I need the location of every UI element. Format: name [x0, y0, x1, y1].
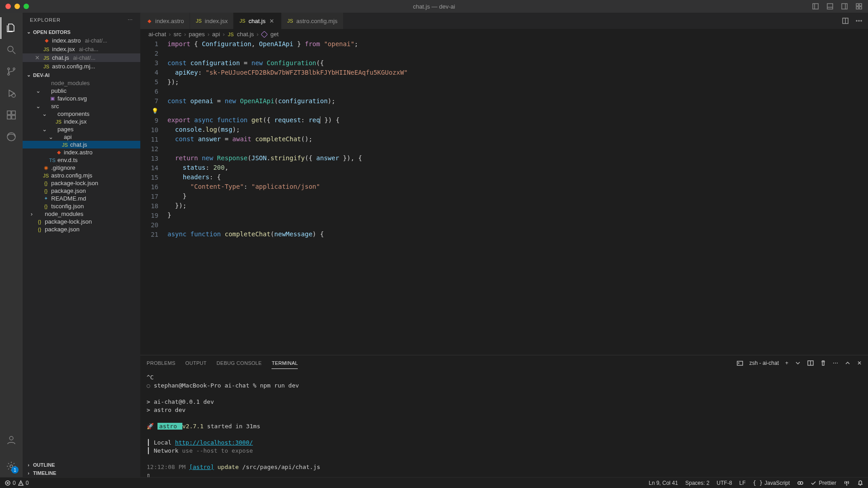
- svg-point-39: [846, 482, 847, 483]
- notifications-button[interactable]: [857, 480, 863, 486]
- editor-tab[interactable]: ◆index.astro: [140, 13, 190, 29]
- settings-badge: 1: [11, 466, 19, 474]
- folder-item[interactable]: ⌄components: [23, 110, 140, 118]
- file-item[interactable]: TSenv.d.ts: [23, 156, 140, 164]
- toggle-panel-right-icon[interactable]: [841, 3, 848, 10]
- file-item[interactable]: {}tsconfig.json: [23, 202, 140, 210]
- section-label: OPEN EDITORS: [33, 29, 71, 35]
- close-icon[interactable]: ✕: [33, 54, 41, 61]
- indentation-status[interactable]: Spaces: 2: [685, 480, 709, 486]
- customize-layout-icon[interactable]: [855, 3, 863, 10]
- toggle-panel-bottom-icon[interactable]: [826, 3, 834, 10]
- output-tab[interactable]: OUTPUT: [186, 358, 207, 368]
- file-item[interactable]: JSastro.config.mjs: [23, 172, 140, 179]
- breadcrumb-item[interactable]: chat.js: [237, 31, 254, 38]
- errors-status[interactable]: 0 0: [5, 480, 29, 486]
- timeline-section[interactable]: ›TIMELINE: [23, 469, 140, 477]
- outline-section[interactable]: ›OUTLINE: [23, 461, 140, 469]
- breadcrumb-item[interactable]: get: [270, 31, 278, 38]
- new-terminal-button[interactable]: +: [785, 360, 788, 366]
- accounts-button[interactable]: [0, 429, 22, 451]
- explorer-actions-icon[interactable]: ⋯: [128, 17, 133, 23]
- feedback-button[interactable]: [844, 480, 850, 486]
- file-item[interactable]: ✦README.md: [23, 195, 140, 202]
- folder-item[interactable]: node_modules: [23, 79, 140, 87]
- search-tab[interactable]: [0, 39, 22, 61]
- editor-tab[interactable]: JSindex.jsx: [190, 13, 234, 29]
- explorer-tab[interactable]: [0, 17, 22, 39]
- terminal-profile-icon[interactable]: [737, 360, 743, 366]
- copilot-status[interactable]: [797, 480, 803, 486]
- folder-item[interactable]: ›node_modules: [23, 210, 140, 218]
- tree-label: README.md: [51, 195, 86, 202]
- terminal-shell-label[interactable]: zsh - ai-chat: [749, 360, 779, 366]
- run-debug-tab[interactable]: [0, 82, 22, 104]
- breadcrumb-item[interactable]: ai-chat: [148, 31, 166, 38]
- folder-item[interactable]: ⌄api: [23, 133, 140, 141]
- tree-label: favicon.svg: [57, 95, 87, 102]
- open-editor-item[interactable]: JSastro.config.mj...: [23, 62, 140, 71]
- tree-label: node_modules: [45, 211, 83, 217]
- file-item[interactable]: {}package-lock.json: [23, 218, 140, 225]
- open-editor-item[interactable]: JSindex.jsxai-cha...: [23, 45, 140, 53]
- svg-point-22: [10, 436, 13, 440]
- extensions-icon: [6, 110, 17, 120]
- file-item[interactable]: JSchat.js: [23, 141, 140, 148]
- breadcrumb-item[interactable]: api: [212, 31, 220, 38]
- toggle-panel-left-icon[interactable]: [812, 3, 819, 10]
- warning-icon: [18, 480, 24, 486]
- editor-tab[interactable]: JSastro.config.mjs: [281, 13, 343, 29]
- folder-icon: [36, 211, 43, 217]
- terminal-output[interactable]: ^C○ stephan@MacBook-Pro ai-chat % npm ru…: [140, 371, 868, 477]
- kill-terminal-icon[interactable]: [820, 360, 826, 366]
- svg-point-16: [12, 94, 15, 97]
- split-editor-icon[interactable]: [842, 17, 849, 24]
- svg-rect-20: [12, 115, 15, 119]
- close-tab-icon[interactable]: ✕: [268, 18, 276, 24]
- eol-status[interactable]: LF: [739, 480, 746, 486]
- terminal-more-icon[interactable]: ⋯: [833, 360, 838, 366]
- close-panel-button[interactable]: ✕: [857, 360, 862, 366]
- language-mode[interactable]: { } JavaScript: [753, 480, 790, 486]
- folder-item[interactable]: ⌄public: [23, 87, 140, 95]
- bell-icon: [857, 480, 863, 486]
- code-editor[interactable]: 1234567💡9101112131415161718192021 import…: [140, 39, 868, 355]
- open-editor-item[interactable]: ◆index.astroai-chat/...: [23, 36, 140, 45]
- project-section[interactable]: ⌄DEV-AI: [23, 71, 140, 79]
- breadcrumbs[interactable]: ai-chat› src› pages› api› JS chat.js› ge…: [140, 29, 868, 39]
- file-item[interactable]: {}package-lock.json: [23, 179, 140, 187]
- maximize-window-button[interactable]: [24, 4, 29, 9]
- folder-item[interactable]: ⌄src: [23, 102, 140, 110]
- extensions-tab[interactable]: [0, 104, 22, 126]
- file-item[interactable]: JSindex.jsx: [23, 118, 140, 125]
- more-actions-icon[interactable]: [855, 17, 863, 24]
- problems-tab[interactable]: PROBLEMS: [147, 358, 176, 368]
- file-item[interactable]: ◆index.astro: [23, 148, 140, 156]
- terminal-tab[interactable]: TERMINAL: [272, 358, 298, 369]
- file-item[interactable]: ▣favicon.svg: [23, 95, 140, 102]
- breadcrumb-item[interactable]: src: [173, 31, 181, 38]
- edge-tools-tab[interactable]: [0, 126, 22, 148]
- layout-controls: [812, 3, 863, 10]
- open-editor-item[interactable]: ✕JSchat.jsai-chat/...: [23, 53, 140, 62]
- terminal-dropdown-icon[interactable]: [795, 360, 801, 366]
- minimize-window-button[interactable]: [14, 4, 20, 9]
- copilot-icon: [797, 480, 803, 486]
- img-icon: ▣: [49, 95, 56, 102]
- file-item[interactable]: {}package.json: [23, 187, 140, 195]
- file-item[interactable]: {}package.json: [23, 225, 140, 233]
- prettier-status[interactable]: Prettier: [811, 480, 836, 486]
- cursor-position[interactable]: Ln 9, Col 41: [649, 480, 678, 486]
- file-item[interactable]: ◉.gitignore: [23, 164, 140, 172]
- source-control-tab[interactable]: [0, 61, 22, 82]
- settings-button[interactable]: 1: [0, 455, 22, 477]
- maximize-panel-icon[interactable]: [844, 360, 851, 366]
- breadcrumb-item[interactable]: pages: [189, 31, 205, 38]
- open-editors-section[interactable]: ⌄OPEN EDITORS: [23, 28, 140, 36]
- close-window-button[interactable]: [5, 4, 11, 9]
- split-terminal-icon[interactable]: [807, 360, 814, 366]
- encoding-status[interactable]: UTF-8: [717, 480, 732, 486]
- editor-tab[interactable]: JSchat.js✕: [234, 13, 281, 29]
- debug-console-tab[interactable]: DEBUG CONSOLE: [217, 358, 262, 368]
- folder-item[interactable]: ⌄pages: [23, 125, 140, 133]
